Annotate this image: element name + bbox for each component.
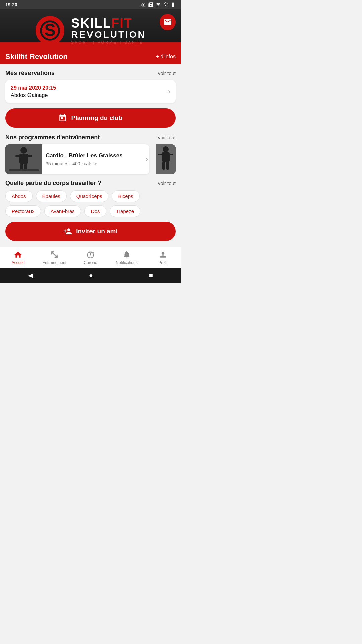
reservation-chevron-icon: ›: [168, 87, 170, 96]
reservation-card[interactable]: 29 mai 2020 20:15 Abdos Gainage ›: [5, 80, 176, 103]
status-time: 19:20: [5, 2, 17, 7]
status-icons: [141, 2, 176, 7]
body-tag-epaules[interactable]: Épaules: [36, 190, 67, 202]
header-more-link[interactable]: + d'infos: [156, 54, 176, 60]
body-section-header: Quelle partie du corps travailler ? voir…: [5, 180, 176, 187]
reservation-info: 29 mai 2020 20:15 Abdos Gainage: [11, 85, 56, 98]
person-add-icon: [63, 227, 72, 236]
svg-point-12: [163, 146, 169, 152]
reservation-date: 29 mai 2020 20:15: [11, 85, 56, 91]
svg-rect-6: [15, 155, 20, 157]
body-tag-dos[interactable]: Dos: [84, 205, 106, 217]
skillfit-tagline: SPORT | FORME | SANTÉ: [71, 40, 146, 44]
programs-section: Nos programmes d'entraînement voir tout: [5, 134, 176, 174]
nav-label-entrainement: Entraînement: [42, 260, 66, 265]
main-content: Mes réservations voir tout 29 mai 2020 2…: [0, 64, 181, 241]
android-back-button[interactable]: ◀: [28, 272, 33, 279]
skillfit-text-block: SKILLFIT REVOLUTION SPORT | FORME | SANT…: [71, 17, 146, 45]
reservations-title: Mes réservations: [5, 70, 55, 77]
nav-label-chrono: Chrono: [84, 260, 97, 265]
nav-item-notifications[interactable]: Notifications: [113, 250, 140, 265]
programs-see-all[interactable]: voir tout: [158, 135, 176, 140]
skill-text: SKILL: [71, 16, 111, 30]
mail-button[interactable]: [160, 14, 176, 30]
android-home-button[interactable]: ●: [89, 272, 93, 279]
program-chevron-icon: ›: [146, 155, 148, 164]
battery-icon: [170, 2, 176, 7]
invite-button-label: Inviter un ami: [76, 228, 118, 235]
drive-icon: [141, 2, 146, 7]
notifications-icon: [122, 250, 131, 259]
body-tag-abdos[interactable]: Abdos: [5, 190, 33, 202]
chrono-icon: [86, 250, 95, 259]
skillfit-logo-icon: S: [35, 15, 65, 46]
body-tag-biceps[interactable]: Biceps: [112, 190, 139, 202]
body-tag-trapeze[interactable]: Trapeze: [110, 205, 140, 217]
programs-section-header: Nos programmes d'entraînement voir tout: [5, 134, 176, 141]
program-meta: 35 minutes · 400 kcals ♂: [46, 161, 142, 166]
mail-icon: [163, 18, 172, 26]
nav-item-entrainement[interactable]: Entraînement: [41, 250, 68, 265]
wifi-icon: [156, 2, 161, 7]
program-image-left: [5, 144, 42, 174]
program-card[interactable]: Cardio - Brûler Les Graisses 35 minutes …: [5, 144, 149, 174]
svg-rect-10: [9, 169, 39, 171]
bottom-nav: Accueil Entraînement Chrono Notification…: [0, 247, 181, 268]
fit-text: FIT: [111, 16, 132, 30]
nav-label-accueil: Accueil: [12, 260, 25, 265]
reservations-section-header: Mes réservations voir tout: [5, 70, 176, 77]
program-gender-icon: ♂: [94, 161, 97, 166]
home-icon: [14, 250, 22, 259]
body-tag-avant-bras[interactable]: Avant-bras: [44, 205, 81, 217]
nav-item-accueil[interactable]: Accueil: [5, 250, 32, 265]
status-bar: 19:20: [0, 0, 181, 9]
gym-person-left-icon: [5, 144, 42, 174]
skillfit-revolution: REVOLUTION: [71, 30, 146, 40]
sim-icon: [148, 2, 154, 7]
svg-rect-16: [162, 162, 165, 170]
svg-rect-13: [162, 152, 170, 162]
reservation-name: Abdos Gainage: [11, 92, 56, 98]
program-kcals: 400 kcals: [72, 161, 92, 166]
programs-title: Nos programmes d'entraînement: [5, 134, 100, 141]
calendar-icon: [58, 114, 67, 122]
svg-rect-17: [166, 162, 169, 170]
nav-item-chrono[interactable]: Chrono: [77, 250, 104, 265]
program-image-right: [156, 144, 176, 174]
header: S SKILLFIT REVOLUTION SPORT | FORME | SA…: [0, 9, 181, 64]
svg-text:S: S: [44, 20, 56, 40]
nav-label-notifications: Notifications: [116, 260, 137, 265]
program-separator: ·: [70, 161, 72, 166]
header-bottom: Skillfit Revolution + d'infos: [0, 49, 181, 64]
invite-button[interactable]: Inviter un ami: [5, 222, 176, 241]
planning-button-label: Planning du club: [71, 114, 122, 122]
body-tag-pectoraux[interactable]: Pectoraux: [5, 205, 41, 217]
svg-point-4: [20, 147, 27, 154]
nav-item-profil[interactable]: Profil: [149, 250, 176, 265]
reservations-see-all[interactable]: voir tout: [158, 70, 176, 76]
skillfit-brand: SKILLFIT: [71, 17, 146, 30]
body-section: Quelle partie du corps travailler ? voir…: [5, 180, 176, 217]
header-title: Skillfit Revolution: [5, 52, 68, 61]
android-recents-button[interactable]: ■: [149, 272, 153, 279]
svg-rect-7: [27, 155, 32, 157]
body-tags-container: Abdos Épaules Quadriceps Biceps Pectorau…: [5, 190, 176, 217]
body-tag-quadriceps[interactable]: Quadriceps: [70, 190, 109, 202]
header-logo-area: S SKILLFIT REVOLUTION SPORT | FORME | SA…: [5, 15, 176, 49]
gym-icon: [50, 250, 59, 259]
planning-button[interactable]: Planning du club: [5, 108, 176, 128]
profile-icon: [159, 250, 167, 259]
svg-rect-5: [19, 154, 28, 164]
gym-person-right-icon: [156, 144, 176, 174]
program-name: Cardio - Brûler Les Graisses: [46, 152, 142, 159]
nav-label-profil: Profil: [158, 260, 167, 265]
android-nav: ◀ ● ■: [0, 268, 181, 283]
svg-rect-14: [158, 154, 162, 155]
svg-rect-15: [169, 154, 173, 155]
body-see-all[interactable]: voir tout: [158, 180, 176, 186]
signal-icon: [163, 2, 168, 7]
program-duration: 35 minutes: [46, 161, 68, 166]
program-info: Cardio - Brûler Les Graisses 35 minutes …: [42, 152, 146, 166]
body-section-title: Quelle partie du corps travailler ?: [5, 180, 101, 187]
